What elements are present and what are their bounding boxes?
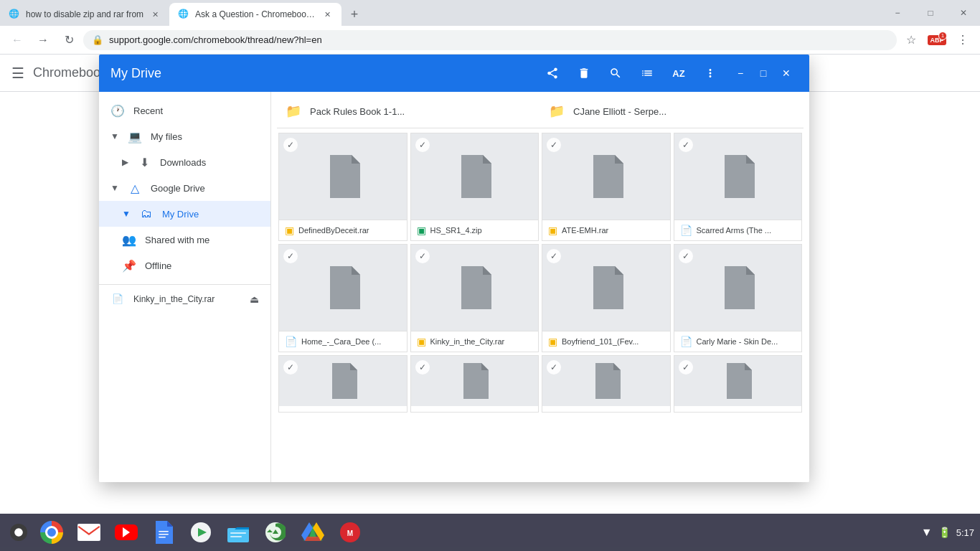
file-card-5[interactable]: ✓ ▣ Kinky_in_the_City.rar <box>410 244 540 352</box>
file-card-11[interactable]: ✓ <box>674 355 803 413</box>
file-card-4[interactable]: ✓ 📄 Home_-_Cara_Dee (... <box>278 244 407 352</box>
launcher-icon <box>10 524 27 541</box>
new-tab-button[interactable]: + <box>344 4 364 24</box>
hamburger-icon[interactable]: ☰ <box>11 65 24 82</box>
sidebar-item-googledrive[interactable]: ▼ △ Google Drive <box>99 175 270 201</box>
sidebar-item-recent[interactable]: 🕐 Recent <box>99 98 270 123</box>
dialog-minimize-button[interactable]: − <box>729 62 752 85</box>
adblock-count: 1 <box>938 32 947 40</box>
tab2-close[interactable]: ✕ <box>321 9 333 20</box>
gdrive-icon <box>301 522 324 542</box>
taskbar-youtube[interactable] <box>109 515 143 550</box>
sidebar-item-myfiles[interactable]: ▼ 💻 My files <box>99 123 270 149</box>
back-button[interactable]: ← <box>6 29 29 52</box>
file-card-7[interactable]: ✓ 📄 Carly Marie - Skin De... <box>674 244 803 352</box>
file-info-1: ▣ HS_SR1_4.zip <box>411 220 539 240</box>
list-view-button[interactable] <box>634 60 660 86</box>
sort-button[interactable]: AZ <box>666 60 692 86</box>
offline-label: Offline <box>145 260 259 271</box>
file-card-1[interactable]: ✓ ▣ HS_SR1_4.zip <box>410 133 540 241</box>
tab1-close[interactable]: ✕ <box>149 9 161 20</box>
kinkyrar-file-icon: 📄 <box>110 293 125 304</box>
tab-2[interactable]: 🌐 Ask a Question - Chromebook H ✕ <box>169 3 341 26</box>
folder-item-1[interactable]: 📁 CJane Elliott - Serpe... <box>540 98 804 125</box>
menu-button[interactable]: ⋮ <box>951 29 974 52</box>
file-thumbnail-4: ✓ <box>279 245 407 331</box>
minimize-button[interactable]: − <box>881 0 914 26</box>
file-name-6: Boyfriend_101_(Fev... <box>562 337 664 346</box>
search-button[interactable] <box>603 60 628 86</box>
sidebar-item-sharedwithme[interactable]: 👥 Shared with me <box>99 227 270 253</box>
taskbar-chrome[interactable] <box>34 515 69 550</box>
file-icon-large-1 <box>457 155 491 198</box>
file-info-6: ▣ Boyfriend_101_(Fev... <box>542 331 670 352</box>
file-card-9[interactable]: ✓ <box>410 355 540 413</box>
sidebar-item-downloads[interactable]: ▶ ⬇ Downloads <box>99 149 270 175</box>
sidebar-item-kinkyrar[interactable]: 📄 Kinky_in_the_City.rar ⏏ <box>99 284 270 310</box>
reload-button[interactable]: ↻ <box>57 29 80 52</box>
file-name-2: ATE-EMH.rar <box>562 226 664 235</box>
downloads-expand-icon: ▶ <box>122 157 128 167</box>
files-grid: ✓ ▣ DefinedByDeceit.rar <box>277 131 804 414</box>
dialog-body: 🕐 Recent ▼ 💻 My files ▶ ⬇ Downloads <box>99 92 809 482</box>
share-button[interactable] <box>540 60 565 86</box>
file-info-2: ▣ ATE-EMH.rar <box>542 220 670 240</box>
offline-icon: 📌 <box>122 259 136 273</box>
lock-icon: 🔒 <box>92 34 103 45</box>
file-card-6[interactable]: ✓ ▣ Boyfriend_101_(Fev... <box>542 244 671 352</box>
file-card-2[interactable]: ✓ ▣ ATE-EMH.rar <box>542 133 671 241</box>
sidebar-item-offline[interactable]: 📌 Offline <box>99 253 270 278</box>
dialog-close-button[interactable]: ✕ <box>775 62 798 85</box>
file-card-10[interactable]: ✓ <box>542 355 671 413</box>
eject-icon[interactable]: ⏏ <box>250 293 259 305</box>
file-type-icon-0: ▣ <box>285 225 294 236</box>
taskbar-docs[interactable] <box>146 515 181 550</box>
tab1-title: how to disable zip and rar from <box>26 9 143 19</box>
address-bar: ← → ↻ 🔒 support.google.com/chromebook/th… <box>0 26 980 55</box>
taskbar-gdrive[interactable] <box>296 515 330 550</box>
taskbar-launcher[interactable] <box>6 519 32 545</box>
adblock-button[interactable]: ABP 1 <box>925 29 948 52</box>
kinkyrar-label: Kinky_in_the_City.rar <box>133 294 241 304</box>
forward-button[interactable]: → <box>32 29 55 52</box>
sidebar-item-mydrive[interactable]: ▼ 🗂 My Drive <box>99 201 270 227</box>
close-button[interactable]: ✕ <box>947 0 980 26</box>
tab1-favicon: 🌐 <box>9 9 20 20</box>
more-options-button[interactable] <box>697 60 723 86</box>
browser-actions: ☆ ABP 1 ⋮ <box>900 29 974 52</box>
chrome-icon <box>40 521 63 544</box>
dialog-maximize-button[interactable]: □ <box>752 62 775 85</box>
taskbar-play[interactable] <box>184 515 218 550</box>
folder-item-0[interactable]: 📁 Pack Rules Book 1-1... <box>277 98 540 125</box>
delete-button[interactable] <box>571 60 597 86</box>
file-icon-large-2 <box>589 155 623 198</box>
page-content: ☰ Chromebook My Drive <box>0 55 980 514</box>
taskbar: M ▼ 🔋 5:17 <box>0 514 980 551</box>
tab-bar: 🌐 how to disable zip and rar from ✕ 🌐 As… <box>0 0 980 26</box>
mega-icon: M <box>340 522 360 542</box>
taskbar-gmail[interactable] <box>72 515 106 550</box>
file-card-0[interactable]: ✓ ▣ DefinedByDeceit.rar <box>278 133 407 241</box>
file-icon-large-11 <box>723 363 752 399</box>
svg-rect-9 <box>230 536 242 537</box>
tab-1[interactable]: 🌐 how to disable zip and rar from ✕ <box>0 3 169 26</box>
drive-dialog: My Drive AZ <box>99 55 809 482</box>
folders-row: 📁 Pack Rules Book 1-1... 📁 CJane Elliott… <box>277 98 804 128</box>
bookmark-button[interactable]: ☆ <box>900 29 923 52</box>
file-card-3[interactable]: ✓ 📄 Scarred Arms (The ... <box>674 133 803 241</box>
url-bar[interactable]: 🔒 support.google.com/chromebook/thread/n… <box>83 30 897 50</box>
taskbar-files[interactable] <box>221 515 255 550</box>
file-check-1: ✓ <box>415 138 430 152</box>
file-thumbnail-7: ✓ <box>674 245 802 331</box>
tab2-title: Ask a Question - Chromebook H <box>195 9 316 19</box>
file-name-0: DefinedByDeceit.rar <box>298 226 401 235</box>
dialog-header-actions: AZ <box>540 60 723 86</box>
taskbar-backup[interactable] <box>258 515 293 550</box>
file-icon-large-10 <box>592 363 621 399</box>
file-check-4: ✓ <box>283 249 298 263</box>
main-content: 📁 Pack Rules Book 1-1... 📁 CJane Elliott… <box>271 92 809 482</box>
url-text: support.google.com/chromebook/thread/new… <box>109 34 888 45</box>
maximize-button[interactable]: □ <box>914 0 947 26</box>
taskbar-mega[interactable]: M <box>333 515 367 550</box>
file-card-8[interactable]: ✓ <box>278 355 407 413</box>
